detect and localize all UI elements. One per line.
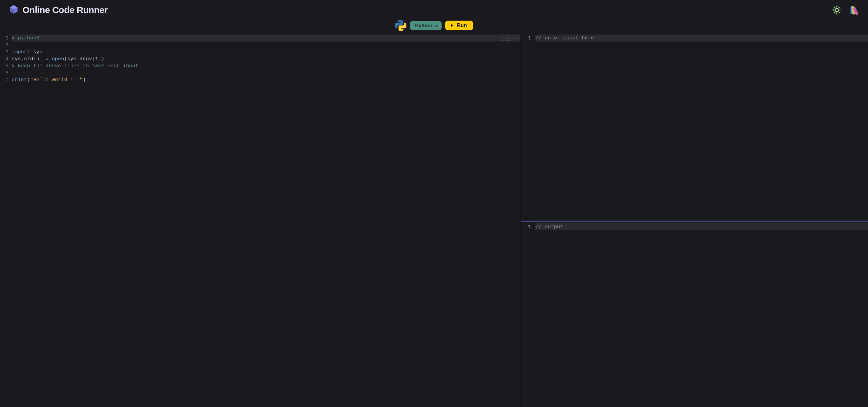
run-button-label: Run bbox=[457, 23, 467, 29]
code-line[interactable]: 2 bbox=[0, 41, 520, 48]
svg-marker-2 bbox=[836, 13, 837, 14]
theme-palette-button[interactable] bbox=[850, 5, 860, 15]
line-number: 3 bbox=[0, 48, 11, 56]
svg-marker-7 bbox=[834, 12, 835, 13]
code-line[interactable]: 3import sys bbox=[0, 48, 520, 56]
io-pane: 1// enter input here 1// output bbox=[521, 33, 868, 407]
svg-marker-4 bbox=[840, 9, 841, 11]
code-line[interactable]: 7print("Hello World !!!") bbox=[0, 76, 520, 83]
code-line[interactable]: 5# keep the above lines to take user inp… bbox=[0, 62, 520, 69]
line-number: 6 bbox=[0, 69, 11, 76]
line-number: 1 bbox=[0, 35, 11, 41]
code-line[interactable]: 1// enter input here bbox=[521, 35, 868, 41]
swatch-icon bbox=[850, 5, 860, 15]
line-content[interactable] bbox=[11, 69, 520, 76]
workspace: 1# python323import sys4sys.stdin = open(… bbox=[0, 33, 868, 407]
svg-marker-3 bbox=[833, 9, 834, 11]
svg-marker-1 bbox=[836, 6, 837, 7]
input-editor[interactable]: 1// enter input here bbox=[521, 33, 868, 221]
run-button[interactable]: Run bbox=[445, 21, 473, 30]
line-content[interactable] bbox=[11, 41, 520, 48]
output-pane: 1// output bbox=[521, 221, 868, 407]
logo-cube-icon bbox=[8, 4, 19, 16]
sun-icon bbox=[832, 5, 841, 14]
code-editor[interactable]: 1# python323import sys4sys.stdin = open(… bbox=[0, 33, 520, 407]
code-editor-pane[interactable]: 1# python323import sys4sys.stdin = open(… bbox=[0, 33, 521, 407]
line-content[interactable]: sys.stdin = open(sys.argv[1]) bbox=[11, 56, 520, 62]
line-content[interactable]: print("Hello World !!!") bbox=[11, 76, 520, 83]
code-line[interactable]: 1# python3 bbox=[0, 35, 520, 41]
code-line[interactable]: 6 bbox=[0, 69, 520, 76]
code-line[interactable]: 4sys.stdin = open(sys.argv[1]) bbox=[0, 56, 520, 62]
python-icon bbox=[395, 20, 406, 31]
play-icon bbox=[450, 23, 454, 28]
language-select-wrap: Python bbox=[410, 21, 442, 30]
code-line: 1// output bbox=[521, 223, 868, 230]
line-number: 7 bbox=[0, 76, 11, 83]
line-content[interactable]: # python3 bbox=[11, 35, 520, 41]
language-select[interactable]: Python bbox=[410, 21, 442, 30]
svg-marker-8 bbox=[839, 12, 840, 13]
line-number: 2 bbox=[0, 41, 11, 48]
line-number: 4 bbox=[0, 56, 11, 62]
line-number: 5 bbox=[0, 62, 11, 69]
line-number: 1 bbox=[521, 35, 535, 41]
line-content[interactable]: // enter input here bbox=[535, 35, 868, 41]
header-actions bbox=[832, 5, 860, 15]
svg-point-0 bbox=[835, 8, 839, 12]
svg-marker-6 bbox=[839, 7, 840, 8]
line-content[interactable]: import sys bbox=[11, 48, 520, 56]
line-number: 1 bbox=[521, 223, 535, 230]
line-content: // output bbox=[535, 223, 868, 230]
output-view: 1// output bbox=[521, 222, 868, 407]
theme-toggle-button[interactable] bbox=[832, 5, 841, 14]
svg-marker-5 bbox=[834, 7, 835, 8]
app-header: Online Code Runner bbox=[0, 0, 868, 17]
app-title: Online Code Runner bbox=[23, 5, 108, 15]
line-content[interactable]: # keep the above lines to take user inpu… bbox=[11, 62, 520, 69]
brand: Online Code Runner bbox=[8, 4, 108, 16]
toolbar: Python Run bbox=[0, 18, 868, 33]
input-pane[interactable]: 1// enter input here bbox=[521, 33, 868, 221]
